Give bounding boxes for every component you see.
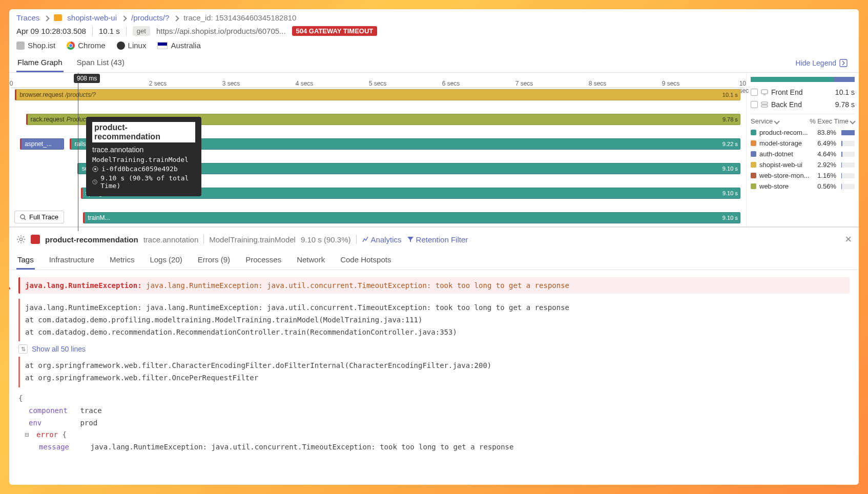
trace-info-row: Apr 09 10:28:03.508 10.1 s get https://a… [9,24,859,38]
hide-legend-button[interactable]: Hide Legend [796,59,852,67]
stack-line: at org.springframework.web.filter.Charac… [25,360,844,372]
span-bar[interactable]: aspnet_... [20,138,64,150]
detail-tab-code-hotspots[interactable]: Code Hotspots [339,251,392,270]
crumb-traces[interactable]: Traces [16,13,39,22]
detail-tab-logs-[interactable]: Logs (20) [149,251,183,270]
color-swatch [751,162,756,168]
span-details-panel: product-recommendation trace.annotation … [9,227,859,485]
kv-key: env [29,417,70,429]
stack-line: at org.springframework.web.filter.OncePe… [25,372,844,384]
error-message: java.lang.RuntimeException: java.util.co… [146,281,569,290]
tab-flame-graph[interactable]: Flame Graph [16,54,64,72]
svg-rect-6 [761,102,768,104]
stack-line: at com.datadog.demo.recommendation.Recom… [25,326,844,339]
kv-key-error: error [36,430,58,439]
span-tooltip: product-recommendation trace.annotation … [86,117,201,196]
tooltip-operation: trace.annotation [92,146,195,154]
frontend-icon [761,89,768,96]
close-button[interactable]: × [845,233,852,246]
detail-tab-tags[interactable]: Tags [16,251,35,270]
svg-point-2 [94,168,96,170]
playhead-line[interactable] [78,73,78,231]
chevron-right-icon [122,13,126,22]
stack-line: java.lang.RuntimeException: java.lang.Ru… [25,302,844,314]
service-row[interactable]: model-storage 6.49% [751,138,855,149]
flag-icon [157,42,168,49]
detail-tab-metrics[interactable]: Metrics [109,251,135,270]
color-swatch [751,183,756,189]
color-swatch [751,173,756,178]
duration: 10.1 s [99,27,120,35]
details-timing: 9.10 s (90.3%) [301,235,351,244]
tag-country: Australia [157,41,200,50]
retention-filter-link[interactable]: Retention Filter [407,235,468,244]
checkbox[interactable] [751,101,758,108]
collapse-toggle[interactable]: ⊟ [25,430,29,439]
detail-tab-infrastructure[interactable]: Infrastructure [48,251,95,270]
kv-value: trace [80,406,101,415]
chart-icon [362,236,369,243]
warning-icon: ▲ [9,281,11,291]
divider [92,27,93,36]
crumb-project[interactable]: shopist-web-ui [67,13,117,22]
service-row[interactable]: web-store 0.56% [751,181,855,192]
divider [356,235,357,244]
service-row[interactable]: web-store-mon... 1.16% [751,170,855,181]
linux-icon [117,42,125,50]
crumb-trace-id: trace_id: 1531436460345182810 [183,13,296,22]
span-bar[interactable]: browser.request/products/?10.1 s [15,89,740,100]
service-row[interactable]: shopist-web-ui 2.92% [751,159,855,170]
tooltip-host: i-0fd0bcac6059e492b [92,165,195,173]
tag-os: Linux [117,41,147,50]
service-row[interactable]: auth-dotnet 4.64% [751,149,855,159]
show-all-lines-button[interactable]: ⇅ Show all 50 lines [18,344,850,354]
service-name: model-storage [759,139,802,147]
timeline-ruler[interactable]: 908 ms 02 secs3 secs4 secs5 secs6 secs7 … [11,73,744,88]
service-name: web-store-mon... [759,172,810,179]
detail-tab-processes[interactable]: Processes [244,251,282,270]
legend-frontend[interactable]: Front End10.1 s [751,86,855,98]
full-trace-button[interactable]: Full Trace [14,211,64,223]
color-swatch [751,130,756,135]
span-row: browser.request/products/?10.1 s [11,89,744,101]
span-bar[interactable]: trainM...9.10 s [83,212,740,223]
service-row[interactable]: product-recom... 83.8% [751,127,855,138]
service-column-header[interactable]: Service [751,117,779,125]
tag-browser: Chrome [67,41,105,50]
kv-key: component [29,405,70,417]
service-bar [841,141,855,146]
chevron-right-icon [174,13,178,22]
breadcrumb: Traces shopist-web-ui /products/? trace_… [9,9,859,24]
legend-backend[interactable]: Back End9.78 s [751,98,855,111]
chevron-down-icon [850,118,855,124]
detail-tab-network[interactable]: Network [296,251,326,270]
service-pct: 1.16% [817,172,836,179]
clock-icon [92,179,97,185]
http-url: https://api.shopist.io/products/60705... [156,27,286,35]
folder-icon [54,14,62,21]
legend-summary-bar [751,77,855,82]
ruler-tick: 8 secs [589,80,607,87]
tab-span-list[interactable]: Span List (43) [76,54,126,72]
error-class: java.lang.RuntimeException: [25,281,142,290]
service-pct: 83.8% [817,129,836,136]
kv-key: message [39,441,80,454]
service-bar [841,130,855,135]
checkbox[interactable] [751,89,758,96]
crumb-path[interactable]: /products/? [131,13,169,22]
analytics-link[interactable]: Analytics [362,235,402,244]
detail-tab-errors-[interactable]: Errors (9) [197,251,231,270]
flame-graph[interactable]: product-recommendation trace.annotation … [9,88,746,227]
ruler-tick: 5 secs [369,80,387,87]
chrome-icon [67,42,75,50]
tag-app: Shop.ist [16,41,55,50]
color-swatch [751,140,756,146]
collapse-icon [839,59,848,67]
exec-time-column-header[interactable]: % Exec Time [810,117,855,125]
gear-icon[interactable] [16,235,26,244]
details-service: product-recommendation [45,235,138,244]
service-name: auth-dotnet [759,150,793,158]
shop-icon [16,42,25,50]
filter-icon [407,236,414,243]
ruler-tick: 3 secs [222,80,240,87]
